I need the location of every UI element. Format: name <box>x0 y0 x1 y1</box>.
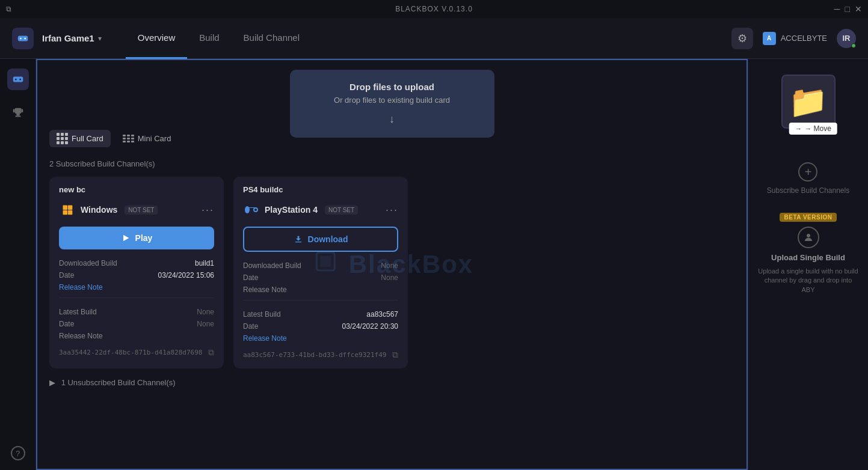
build-card-channel-name: new bc <box>59 185 214 194</box>
build-hash-value: 3aa35442-22df-48bc-871b-d41a828d7698 <box>59 349 202 356</box>
windows-platform-icon <box>59 201 76 218</box>
svg-rect-17 <box>248 207 255 208</box>
nav-right: ⚙ A ACCELBYTE IR <box>731 28 856 49</box>
restore-button[interactable]: □ <box>845 4 850 14</box>
main-layout: ? Drop files to upload Or drop files to … <box>0 59 868 470</box>
downloaded-build-label: Downloaded Build <box>59 259 117 267</box>
upload-single-section: BETA VERSION Upload Single Build Upload … <box>758 213 858 295</box>
download-button[interactable]: Download <box>243 227 398 252</box>
copy-hash-button-2[interactable]: ⧉ <box>392 350 398 360</box>
title-bar: ⧉ BLACKBOX V.0.13.0 ─ □ ✕ <box>0 0 868 18</box>
left-sidebar: ? <box>0 59 36 470</box>
move-tooltip: → → Move <box>789 123 837 135</box>
platform-name-2: PlayStation 4 <box>265 205 318 215</box>
svg-point-19 <box>254 209 257 211</box>
svg-rect-11 <box>63 206 68 210</box>
settings-button[interactable]: ⚙ <box>731 28 753 49</box>
release-note-row-2: Release Note <box>243 285 398 294</box>
upload-single-icon <box>798 227 819 248</box>
sidebar-bottom: ? <box>11 446 25 460</box>
svg-rect-13 <box>63 210 68 215</box>
downloaded-build-row: Downloaded Build build1 <box>59 259 214 267</box>
latest-release-note-link-2[interactable]: Release Note <box>243 334 287 343</box>
upload-single-subtitle: Upload a single build with no build chan… <box>758 267 858 295</box>
sidebar-item-trophy[interactable] <box>7 102 29 124</box>
svg-rect-7 <box>16 114 20 116</box>
latest-build-row-2: Latest Build aa83c567 <box>243 310 398 319</box>
unsubscribed-label[interactable]: ▶ 1 Unsubscribed Build Channel(s) <box>49 378 734 387</box>
build-info-section-2: Latest Build None Date None Release Note <box>59 308 214 340</box>
nav-logo <box>12 28 34 49</box>
downloaded-build-label-2: Downloaded Build <box>243 261 301 270</box>
snap-icon[interactable]: ⧉ <box>6 5 11 13</box>
title-bar-controls: ─ □ ✕ <box>834 4 862 14</box>
tab-build-channel[interactable]: Build Channel <box>232 18 312 59</box>
sidebar-item-gamepad[interactable] <box>7 69 29 90</box>
copy-hash-button[interactable]: ⧉ <box>208 347 214 358</box>
latest-date-value: None <box>197 320 214 328</box>
latest-date-label-2: Date <box>243 322 258 331</box>
svg-point-23 <box>807 234 810 237</box>
online-status-dot <box>851 43 856 48</box>
svg-rect-14 <box>68 210 73 215</box>
svg-marker-15 <box>123 235 129 242</box>
svg-point-5 <box>19 79 21 81</box>
svg-rect-10 <box>21 109 23 113</box>
latest-date-label: Date <box>59 320 74 328</box>
folder-icon: 📁 <box>789 84 828 120</box>
date-label: Date <box>59 271 74 279</box>
play-button[interactable]: Play <box>59 227 214 249</box>
downloaded-build-value-2: None <box>381 261 398 270</box>
svg-point-4 <box>14 79 16 81</box>
build-divider <box>59 298 214 298</box>
help-button[interactable]: ? <box>11 446 25 460</box>
release-note-link[interactable]: Release Note <box>59 283 103 291</box>
svg-rect-0 <box>18 35 28 41</box>
mini-card-dots-icon <box>123 135 134 142</box>
latest-build-value-2: aa83c567 <box>366 310 398 319</box>
svg-point-2 <box>24 37 26 39</box>
drop-zone-arrow-icon: ↓ <box>308 113 476 126</box>
title-bar-snap[interactable]: ⧉ <box>6 5 11 13</box>
platform-badge-2: NOT SET <box>325 206 358 215</box>
game-selector[interactable]: Irfan Game1 ▾ <box>42 33 102 43</box>
svg-rect-6 <box>14 108 21 114</box>
mini-card-toggle[interactable]: Mini Card <box>115 130 179 147</box>
gamepad-logo-icon <box>16 32 29 45</box>
tab-build[interactable]: Build <box>187 18 231 59</box>
upload-single-title: Upload Single Build <box>771 253 845 262</box>
accelbyte-logo: A <box>763 32 776 45</box>
build-info-section-3: Downloaded Build None Date None Release … <box>243 261 398 294</box>
release-note-row: Release Note <box>59 283 214 291</box>
top-nav: Irfan Game1 ▾ Overview Build Build Chann… <box>0 18 868 59</box>
full-card-toggle[interactable]: Full Card <box>49 130 111 147</box>
build-info-section-1: Downloaded Build build1 Date 03/24/2022 … <box>59 259 214 291</box>
svg-rect-20 <box>295 242 301 242</box>
platform-row-2: PlayStation 4 NOT SET ··· <box>243 201 398 218</box>
gear-icon: ⚙ <box>737 32 747 45</box>
move-arrow-icon: → <box>795 124 802 133</box>
chevron-right-icon: ▶ <box>49 378 55 387</box>
latest-release-note-row-2: Release Note <box>243 334 398 343</box>
tab-overview[interactable]: Overview <box>126 18 188 59</box>
latest-build-label-2: Latest Build <box>243 310 281 319</box>
trophy-icon <box>11 106 25 120</box>
build-card-ps4: PS4 buildc PlayStation 4 NOT SET ··· <box>233 177 408 368</box>
platform-menu-button-2[interactable]: ··· <box>386 204 398 216</box>
latest-build-row: Latest Build None <box>59 308 214 316</box>
avatar[interactable]: IR <box>837 29 856 48</box>
drop-zone[interactable]: Drop files to upload Or drop files to ex… <box>290 70 494 138</box>
latest-release-note-label: Release Note <box>59 332 103 340</box>
date-label-2: Date <box>243 273 258 282</box>
minimize-button[interactable]: ─ <box>834 4 840 14</box>
platform-menu-button[interactable]: ··· <box>202 204 214 216</box>
org-label: A ACCELBYTE <box>763 32 827 45</box>
play-icon <box>121 233 131 243</box>
subscribe-label: Subscribe Build Channels <box>767 186 849 195</box>
build-card-windows: new bc Windows NOT SET ··· <box>49 177 224 368</box>
full-card-dots-icon <box>57 133 68 144</box>
build-hash-value-2: aa83c567-e733-41bd-bd33-dffce9321f49 <box>243 351 386 359</box>
date-row-2: Date None <box>243 273 398 282</box>
close-button[interactable]: ✕ <box>855 4 862 14</box>
add-subscribe-button[interactable]: + <box>798 162 817 182</box>
